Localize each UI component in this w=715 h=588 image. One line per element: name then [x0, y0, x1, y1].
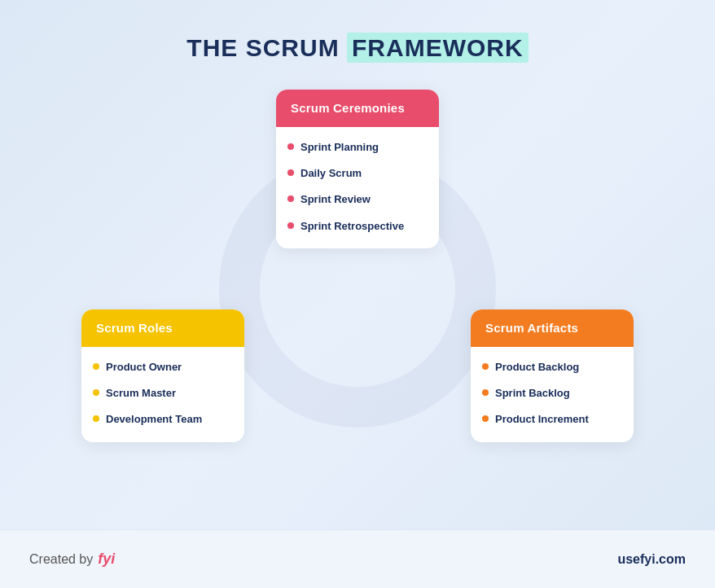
list-item: Daily Scrum: [287, 166, 424, 181]
title-part1: THE SCRUM: [186, 34, 339, 61]
roles-body: Product Owner Scrum Master Development T…: [81, 347, 244, 442]
list-item: Sprint Planning: [287, 140, 424, 155]
roles-header-text: Scrum Roles: [96, 321, 173, 335]
list-item: Sprint Retrospective: [287, 219, 424, 234]
ceremonies-item-4: Sprint Retrospective: [300, 219, 404, 234]
bullet-icon: [93, 415, 99, 422]
list-item: Product Owner: [93, 360, 230, 375]
artifacts-header-text: Scrum Artifacts: [485, 321, 578, 335]
page-title: THE SCRUM FRAMEWORK: [186, 34, 528, 62]
list-item: Sprint Review: [287, 192, 424, 207]
website-label: usefyi.com: [617, 552, 686, 567]
title-part2: FRAMEWORK: [347, 33, 529, 63]
fyi-logo: fyi: [98, 551, 115, 568]
artifacts-item-2: Sprint Backlog: [495, 386, 570, 401]
ceremonies-item-1: Sprint Planning: [300, 140, 379, 155]
roles-header: Scrum Roles: [81, 309, 244, 347]
artifacts-body: Product Backlog Sprint Backlog Product I…: [471, 347, 634, 442]
title-area: THE SCRUM FRAMEWORK: [186, 34, 528, 62]
bullet-icon: [93, 389, 99, 396]
ceremonies-header-text: Scrum Ceremonies: [291, 101, 405, 115]
bullet-icon: [287, 169, 294, 176]
page-container: THE SCRUM FRAMEWORK Scrum Ceremonies Spr…: [0, 0, 715, 588]
bullet-icon: [287, 222, 294, 229]
bullet-icon: [287, 143, 294, 150]
artifacts-item-1: Product Backlog: [495, 360, 579, 375]
ceremonies-item-3: Sprint Review: [300, 192, 371, 207]
bullet-icon: [482, 415, 489, 422]
ceremonies-body: Sprint Planning Daily Scrum Sprint Revie…: [276, 127, 439, 248]
created-by-area: Created by fyi: [29, 551, 115, 568]
bullet-icon: [93, 363, 99, 370]
list-item: Development Team: [93, 412, 230, 427]
bullet-icon: [482, 363, 489, 370]
roles-item-1: Product Owner: [106, 360, 182, 375]
list-item: Scrum Master: [93, 386, 230, 401]
ceremonies-item-2: Daily Scrum: [300, 166, 362, 181]
roles-card: Scrum Roles Product Owner Scrum Master D…: [81, 309, 244, 442]
ceremonies-header: Scrum Ceremonies: [276, 90, 439, 127]
artifacts-card: Scrum Artifacts Product Backlog Sprint B…: [471, 309, 634, 442]
bullet-icon: [482, 389, 489, 396]
roles-item-3: Development Team: [106, 412, 202, 427]
ceremonies-card: Scrum Ceremonies Sprint Planning Daily S…: [276, 90, 439, 248]
bullet-icon: [287, 195, 294, 202]
artifacts-header: Scrum Artifacts: [471, 309, 634, 347]
roles-item-2: Scrum Master: [106, 386, 176, 401]
artifacts-item-3: Product Increment: [495, 412, 589, 427]
list-item: Product Backlog: [482, 360, 619, 375]
created-by-label: Created by: [29, 552, 93, 567]
list-item: Sprint Backlog: [482, 386, 619, 401]
footer: Created by fyi usefyi.com: [0, 529, 715, 588]
list-item: Product Increment: [482, 412, 619, 427]
